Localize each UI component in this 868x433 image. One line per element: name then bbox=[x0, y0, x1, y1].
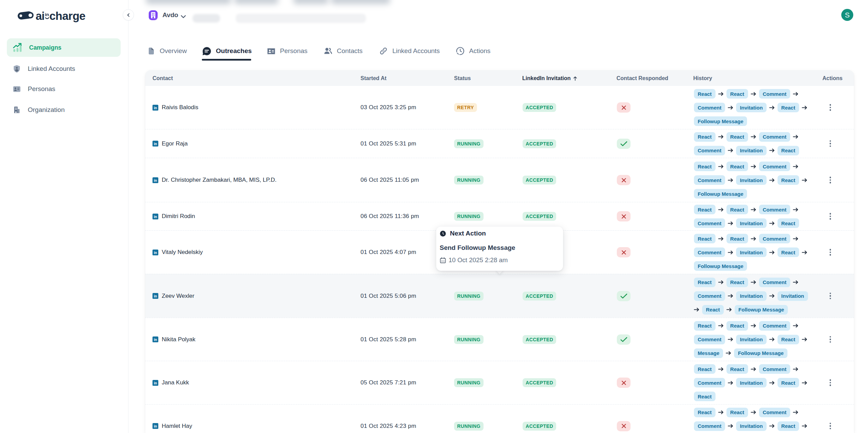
svg-text:in: in bbox=[154, 338, 157, 342]
svg-text:in: in bbox=[154, 251, 157, 254]
svg-text:in: in bbox=[154, 294, 157, 298]
svg-text:in: in bbox=[154, 381, 157, 385]
svg-text:in: in bbox=[154, 178, 157, 182]
svg-text:in: in bbox=[154, 142, 157, 146]
svg-text:in: in bbox=[154, 215, 157, 218]
svg-text:in: in bbox=[154, 106, 157, 110]
svg-text:in: in bbox=[154, 424, 157, 428]
